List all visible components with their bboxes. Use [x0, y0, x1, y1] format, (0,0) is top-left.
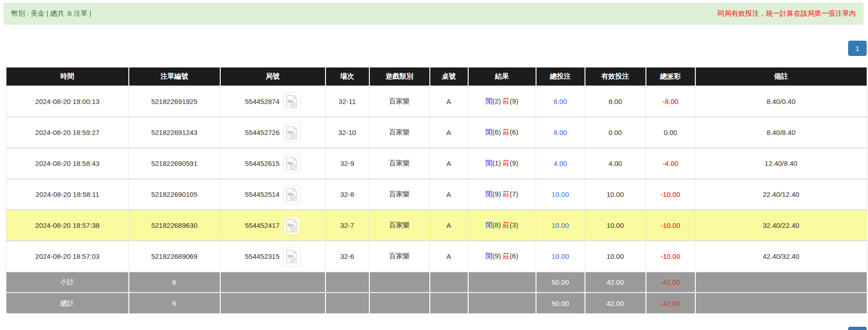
result-player-value: (9): [493, 190, 501, 198]
header-game-type: 遊戲類別: [369, 67, 430, 86]
cell-round-id: 554452315: [220, 241, 326, 272]
result-banker-value: (6): [510, 128, 518, 136]
header-bet-id: 注單編號: [129, 67, 220, 86]
subtotal-payout: -42.00: [646, 272, 695, 293]
cell-bet-id: 521822689069: [129, 241, 220, 272]
total-valid-bet: 42.00: [585, 293, 646, 313]
subtotal-total-bet: 50.00: [536, 272, 585, 293]
settlement-note-text: 同局有效投注，統一計算在該局第一張注單內: [717, 9, 856, 18]
round-id-text: 554452726: [245, 128, 279, 136]
cell-result: 閒(8) 莊(3): [468, 210, 536, 241]
cell-total-bet: 10.00: [536, 241, 585, 272]
cell-result: 閒(2) 莊(9): [468, 86, 536, 117]
cell-bet-id: 521822691243: [129, 117, 220, 148]
total-label: 總計: [6, 293, 129, 313]
cell-time: 2024-08-20 18:58:11: [6, 179, 129, 210]
cell-payout: -8.00: [646, 86, 695, 117]
result-banker-label: 莊: [503, 252, 510, 260]
total-total-bet: 50.00: [536, 293, 585, 313]
cell-total-bet: 8.00: [536, 86, 585, 117]
pagination-bottom: 1: [848, 327, 867, 330]
header-time: 時間: [6, 67, 129, 86]
cell-remark: 32.40/22.40: [695, 210, 867, 241]
round-id-text: 554452874: [245, 98, 279, 105]
result-player-value: (2): [493, 97, 501, 105]
cell-time: 2024-08-20 18:57:03: [6, 241, 129, 272]
cell-round-id: 554452874: [220, 86, 326, 117]
subtotal-valid-bet: 42.00: [585, 272, 646, 293]
subtotal-label: 小計: [6, 272, 129, 293]
result-banker-label: 莊: [503, 128, 510, 136]
cell-valid-bet: 10.00: [585, 241, 646, 272]
result-banker-value: (9): [510, 97, 518, 105]
header-total-bet: 總投注: [536, 67, 585, 86]
video-file-icon: [286, 250, 298, 263]
video-replay-button[interactable]: [283, 123, 301, 142]
cell-round-id: 554452417: [220, 210, 326, 241]
result-player-label: 閒: [486, 252, 493, 260]
round-id-text: 554452315: [245, 252, 279, 260]
summary-bar: 幣別 : 美金 | 總共 :6 注單 | 同局有效投注，統一計算在該局第一張注單…: [4, 3, 863, 24]
cell-session: 32-9: [326, 148, 369, 179]
cell-bet-id: 521822689630: [129, 210, 220, 241]
video-replay-button[interactable]: [283, 185, 301, 204]
cell-remark: 8.40/8.40: [695, 117, 867, 148]
cell-table-no: A: [430, 117, 468, 148]
table-row: 2024-08-20 18:58:11 521822690105 5544525…: [6, 179, 867, 210]
cell-session: 32-11: [326, 86, 369, 117]
video-replay-button[interactable]: [283, 154, 301, 173]
cell-remark: 42.40/32.40: [695, 241, 867, 272]
result-player-value: (9): [493, 252, 501, 260]
cell-payout: -10.00: [646, 179, 695, 210]
table-row: 2024-08-20 19:00:13 521822691925 5544528…: [6, 86, 867, 117]
cell-game-type: 百家樂: [369, 148, 430, 179]
cell-remark: 22.40/12.40: [695, 179, 867, 210]
cell-total-bet: 10.00: [536, 179, 585, 210]
page-button-1[interactable]: 1: [848, 41, 867, 56]
cell-valid-bet: 10.00: [585, 210, 646, 241]
cell-payout: -4.00: [646, 148, 695, 179]
cell-game-type: 百家樂: [369, 241, 430, 272]
header-result: 結果: [468, 67, 536, 86]
video-replay-button[interactable]: [283, 216, 301, 235]
cell-total-bet: 4.00: [536, 148, 585, 179]
round-id-text: 554452417: [245, 221, 279, 229]
subtotal-row: 小計 6 50.00 42.00 -42.00: [6, 272, 867, 293]
table-row: 2024-08-20 18:57:03 521822689069 5544523…: [6, 241, 867, 272]
total-payout: -42.00: [646, 293, 695, 313]
result-player-value: (6): [493, 128, 501, 136]
cell-game-type: 百家樂: [369, 117, 430, 148]
video-replay-button[interactable]: [283, 92, 301, 111]
pagination-top: 1: [6, 41, 867, 56]
result-banker-label: 莊: [503, 190, 510, 198]
header-valid-bet: 有效投注: [585, 67, 646, 86]
video-replay-button[interactable]: [283, 247, 301, 266]
page-button-1-bottom[interactable]: 1: [848, 327, 867, 330]
result-player-label: 閒: [486, 190, 493, 198]
cell-result: 閒(9) 莊(7): [468, 179, 536, 210]
cell-result: 閒(6) 莊(6): [468, 117, 536, 148]
cell-result: 閒(9) 莊(6): [468, 241, 536, 272]
cell-table-no: A: [430, 179, 468, 210]
cell-session: 32-6: [326, 241, 369, 272]
table-row: 2024-08-20 18:57:38 521822689630 5544524…: [6, 210, 867, 241]
result-banker-value: (7): [510, 190, 518, 198]
subtotal-count: 6: [129, 272, 220, 293]
cell-bet-id: 521822690105: [129, 179, 220, 210]
cell-round-id: 554452514: [220, 179, 326, 210]
currency-summary-text: 幣別 : 美金 | 總共 :6 注單 |: [11, 9, 91, 18]
table-row: 2024-08-20 18:58:43 521822690591 5544526…: [6, 148, 867, 179]
video-file-icon: [286, 219, 298, 232]
cell-round-id: 554452615: [220, 148, 326, 179]
video-file-icon: [286, 126, 298, 140]
cell-session: 32-8: [326, 179, 369, 210]
result-banker-value: (6): [510, 252, 518, 260]
header-table-no: 桌號: [430, 67, 468, 86]
bet-records-table: 時間 注單編號 局號 場次 遊戲類別 桌號 結果 總投注 有效投注 總派彩 備註…: [6, 67, 867, 313]
cell-remark: 8.40/0.40: [695, 86, 867, 117]
cell-valid-bet: 10.00: [585, 179, 646, 210]
result-player-value: (8): [493, 221, 501, 229]
result-player-value: (1): [493, 159, 501, 167]
cell-round-id: 554452726: [220, 117, 326, 148]
round-id-text: 554452514: [245, 190, 279, 198]
